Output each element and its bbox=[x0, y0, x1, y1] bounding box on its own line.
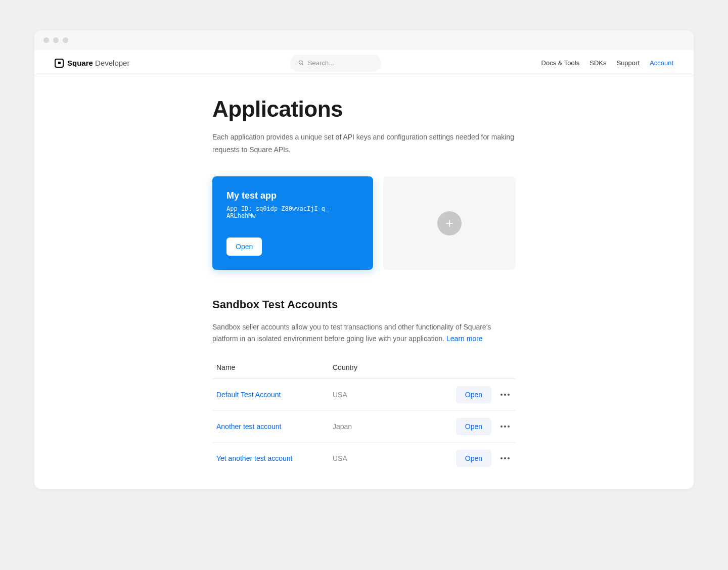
nav-docs[interactable]: Docs & Tools bbox=[541, 59, 580, 67]
traffic-light-close[interactable] bbox=[43, 37, 49, 43]
svg-line-1 bbox=[302, 64, 303, 65]
table-row: Yet another test account USA Open bbox=[212, 443, 516, 474]
more-icon[interactable] bbox=[498, 392, 512, 398]
nav-support[interactable]: Support bbox=[616, 59, 640, 67]
more-icon[interactable] bbox=[498, 455, 512, 461]
search-icon bbox=[298, 60, 304, 66]
nav-account[interactable]: Account bbox=[650, 59, 673, 67]
col-header-country: Country bbox=[333, 363, 441, 371]
sandbox-description: Sandbox seller accounts allow you to tes… bbox=[212, 321, 516, 344]
browser-chrome bbox=[34, 30, 694, 50]
browser-window: Square Developer Docs & Tools SDKs Suppo… bbox=[34, 30, 694, 489]
table-row: Default Test Account USA Open bbox=[212, 379, 516, 411]
nav-links: Docs & Tools SDKs Support Account bbox=[541, 59, 673, 67]
svg-point-0 bbox=[299, 61, 302, 64]
account-country: USA bbox=[333, 391, 441, 399]
table-row: Another test account Japan Open bbox=[212, 411, 516, 443]
account-country: Japan bbox=[333, 422, 441, 431]
app-card[interactable]: My test app App ID: sq0idp-Z80wvacIjI-q_… bbox=[212, 176, 373, 270]
traffic-light-zoom[interactable] bbox=[63, 37, 68, 43]
accounts-table: Name Country Default Test Account USA Op… bbox=[212, 356, 516, 474]
app-open-button[interactable]: Open bbox=[226, 238, 262, 256]
add-app-card[interactable] bbox=[383, 176, 516, 270]
add-icon-circle bbox=[437, 211, 462, 235]
account-country: USA bbox=[333, 454, 441, 462]
square-logo-icon bbox=[55, 59, 64, 68]
learn-more-link[interactable]: Learn more bbox=[446, 335, 483, 343]
account-open-button[interactable]: Open bbox=[456, 386, 491, 403]
app-card-id: App ID: sq0idp-Z80wvacIjI-q_-ARLhehMw bbox=[226, 205, 359, 219]
account-open-button[interactable]: Open bbox=[456, 418, 491, 435]
main-content: Applications Each application provides a… bbox=[212, 76, 516, 489]
table-header: Name Country bbox=[212, 356, 516, 379]
account-name-link[interactable]: Another test account bbox=[216, 422, 333, 431]
traffic-light-minimize[interactable] bbox=[53, 37, 59, 43]
account-name-link[interactable]: Default Test Account bbox=[216, 391, 333, 399]
more-icon[interactable] bbox=[498, 423, 512, 430]
search-bar[interactable] bbox=[290, 55, 381, 72]
page-subtitle: Each application provides a unique set o… bbox=[212, 131, 516, 156]
brand-text: Square Developer bbox=[67, 59, 129, 67]
nav-sdks[interactable]: SDKs bbox=[589, 59, 606, 67]
app-header: Square Developer Docs & Tools SDKs Suppo… bbox=[34, 50, 694, 76]
sandbox-title: Sandbox Test Accounts bbox=[212, 298, 516, 311]
account-open-button[interactable]: Open bbox=[456, 450, 491, 467]
app-card-title: My test app bbox=[226, 191, 359, 201]
brand-logo[interactable]: Square Developer bbox=[55, 59, 129, 68]
plus-icon bbox=[444, 218, 454, 228]
app-cards: My test app App ID: sq0idp-Z80wvacIjI-q_… bbox=[212, 176, 516, 270]
col-header-name: Name bbox=[216, 363, 333, 371]
account-name-link[interactable]: Yet another test account bbox=[216, 454, 333, 462]
search-input[interactable] bbox=[308, 59, 373, 67]
page-title: Applications bbox=[212, 97, 516, 122]
